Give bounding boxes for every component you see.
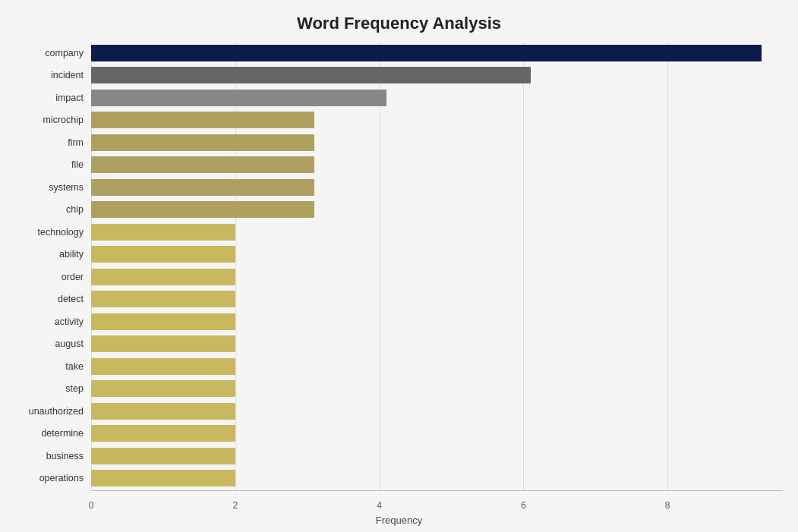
bar-row bbox=[91, 470, 783, 486]
x-tick-label: 8 bbox=[665, 500, 670, 511]
bar-row bbox=[91, 291, 783, 307]
bar-row bbox=[91, 403, 783, 420]
bar-fill bbox=[91, 448, 235, 464]
bar-row bbox=[91, 313, 783, 330]
bar-fill bbox=[91, 201, 314, 218]
bar-fill bbox=[91, 45, 762, 61]
grid-line bbox=[91, 42, 92, 490]
y-axis-label: firm bbox=[0, 131, 91, 154]
x-axis-line bbox=[91, 490, 783, 491]
y-axis-label: ability bbox=[0, 244, 91, 266]
grid-line bbox=[235, 42, 236, 490]
grid-line bbox=[667, 42, 668, 490]
bar-fill bbox=[91, 246, 235, 263]
x-tick-label: 6 bbox=[521, 500, 526, 511]
bar-fill bbox=[91, 313, 235, 330]
y-axis-label: incident bbox=[0, 65, 91, 87]
y-axis-label: systems bbox=[0, 176, 91, 199]
bar-row bbox=[91, 246, 783, 263]
bar-fill bbox=[91, 134, 314, 151]
y-axis-label: impact bbox=[0, 87, 91, 109]
bar-fill bbox=[91, 179, 314, 196]
bar-row bbox=[91, 448, 783, 464]
y-axis-label: step bbox=[0, 378, 91, 401]
bar-fill bbox=[91, 425, 235, 442]
bar-row bbox=[91, 358, 783, 375]
bar-row bbox=[91, 380, 783, 397]
bar-row bbox=[91, 112, 783, 128]
y-axis-label: order bbox=[0, 266, 91, 288]
bar-row bbox=[91, 224, 783, 241]
bar-fill bbox=[91, 67, 531, 83]
y-axis-label: business bbox=[0, 445, 91, 467]
bar-row bbox=[91, 201, 783, 218]
bar-fill bbox=[91, 112, 314, 128]
y-axis-label: microchip bbox=[0, 109, 91, 132]
x-tick-label: 0 bbox=[89, 500, 94, 511]
y-axis-label: file bbox=[0, 154, 91, 177]
y-axis-label: unauthorized bbox=[0, 400, 91, 423]
y-axis-label: august bbox=[0, 333, 91, 356]
y-axis-label: technology bbox=[0, 221, 91, 244]
static-chart: Word Frequency Analysis companyincidenti… bbox=[0, 0, 798, 532]
y-axis-label: company bbox=[0, 42, 91, 65]
chart-title: Word Frequency Analysis bbox=[0, 0, 798, 41]
bar-fill bbox=[91, 470, 235, 486]
bar-row bbox=[91, 269, 783, 285]
y-axis-label: chip bbox=[0, 199, 91, 222]
y-labels-container: companyincidentimpactmicrochipfirmfilesy… bbox=[0, 42, 91, 490]
grid-line bbox=[523, 42, 524, 490]
bar-row bbox=[91, 425, 783, 442]
bar-row bbox=[91, 90, 783, 106]
bar-fill bbox=[91, 269, 235, 285]
y-axis-label: operations bbox=[0, 467, 91, 490]
grid-line bbox=[380, 42, 380, 490]
x-tick-label: 2 bbox=[232, 500, 238, 511]
bar-fill bbox=[91, 403, 235, 420]
y-axis-label: determine bbox=[0, 423, 91, 445]
bar-fill bbox=[91, 291, 235, 307]
x-tick-label: 4 bbox=[377, 500, 382, 511]
bar-fill bbox=[91, 224, 235, 241]
bar-fill bbox=[91, 335, 235, 352]
y-axis-label: take bbox=[0, 355, 91, 378]
y-axis-label: activity bbox=[0, 310, 91, 333]
bar-row bbox=[91, 45, 783, 61]
bar-row bbox=[91, 134, 783, 151]
bar-fill bbox=[91, 90, 386, 106]
bar-fill bbox=[91, 156, 314, 173]
bar-row bbox=[91, 179, 783, 196]
bar-row bbox=[91, 335, 783, 352]
y-axis-label: detect bbox=[0, 288, 91, 311]
bars-area bbox=[91, 42, 783, 490]
bar-fill bbox=[91, 380, 235, 397]
x-axis-label: Frequency bbox=[0, 515, 798, 526]
bar-fill bbox=[91, 358, 235, 375]
bar-row bbox=[91, 67, 783, 83]
bar-row bbox=[91, 156, 783, 173]
